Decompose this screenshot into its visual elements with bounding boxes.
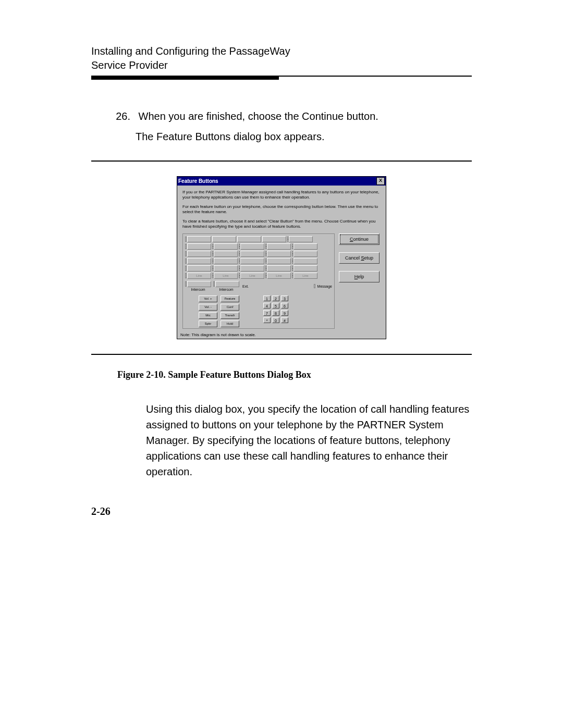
- fb-cell[interactable]: [262, 236, 286, 242]
- fb-cell[interactable]: [239, 251, 264, 257]
- line-button[interactable]: Line: [212, 273, 238, 279]
- step-number: 26.: [109, 108, 136, 125]
- fb-cell[interactable]: [292, 243, 317, 250]
- header-line-2: Service Provider: [91, 58, 472, 72]
- fb-cell[interactable]: [265, 251, 291, 257]
- page-header: Installing and Configuring the PassageWa…: [91, 44, 472, 72]
- line-button[interactable]: Line: [239, 273, 264, 279]
- fb-cell[interactable]: [265, 258, 291, 264]
- fb-cell[interactable]: [292, 265, 317, 272]
- line-button[interactable]: Line: [265, 273, 291, 279]
- fb-cell[interactable]: [212, 236, 236, 242]
- dialog-para-2: For each feature button on your telephon…: [182, 204, 381, 215]
- ext-label: Ext.: [242, 281, 249, 291]
- dial-key[interactable]: 1: [263, 295, 271, 301]
- fb-cell[interactable]: [212, 265, 238, 272]
- message-indicator: Message: [314, 281, 332, 291]
- intercom-button[interactable]: Intercom: [185, 281, 211, 291]
- dial-key[interactable]: 9: [281, 310, 288, 316]
- vol-down-key[interactable]: Vol. -: [199, 304, 217, 311]
- dialog-button-column: Continue Cancel Setup Help: [339, 233, 381, 290]
- fb-cell[interactable]: [185, 265, 211, 272]
- intercom-button[interactable]: Intercom: [213, 281, 239, 291]
- phone-diagram: Line Line Line Line Line Intercom: [182, 233, 335, 329]
- line-button[interactable]: Line: [185, 273, 211, 279]
- fb-cell[interactable]: [239, 243, 264, 250]
- header-rule-thick: [91, 77, 279, 80]
- fb-cell[interactable]: [265, 243, 291, 250]
- figure-rule-bottom: [91, 354, 472, 355]
- dialog-note: Note: This diagram is not drawn to scale…: [177, 332, 386, 339]
- transfr-key[interactable]: Transfr: [221, 312, 239, 319]
- dial-key[interactable]: 7: [263, 310, 271, 316]
- hold-key[interactable]: Hold: [221, 320, 239, 327]
- fb-cell[interactable]: [239, 265, 264, 272]
- page: Installing and Configuring the PassageWa…: [0, 0, 563, 549]
- continue-button[interactable]: Continue: [339, 233, 380, 245]
- step-text: When you are finished, choose the Contin…: [139, 110, 378, 122]
- dialog-body: If you or the PARTNER System Manager ass…: [177, 186, 386, 332]
- close-icon[interactable]: X: [376, 177, 385, 185]
- fb-cell[interactable]: [212, 258, 238, 264]
- dialog-title: Feature Buttons: [178, 178, 218, 184]
- dialpad: 1 2 3 4 5 6 7 8 9 * 0 #: [263, 295, 288, 327]
- feature-button-grid: Line Line Line Line Line: [185, 236, 332, 279]
- dial-key[interactable]: 8: [272, 310, 279, 316]
- mic-key[interactable]: Mic: [199, 312, 217, 319]
- intercom-row: Intercom Intercom Ext. Messa: [185, 281, 332, 291]
- dial-key[interactable]: 6: [281, 303, 288, 309]
- vol-up-key[interactable]: Vol. +: [199, 295, 217, 302]
- header-line-1: Installing and Configuring the PassageWa…: [91, 44, 472, 58]
- keypad-area: Vol. + Vol. - Mic Spkr Feature Conf Tran…: [185, 295, 332, 327]
- fb-cell[interactable]: [212, 251, 238, 257]
- fb-cell[interactable]: [185, 243, 211, 250]
- dial-key[interactable]: #: [281, 317, 288, 323]
- fb-cell[interactable]: [237, 236, 261, 242]
- dial-key[interactable]: 5: [272, 303, 279, 309]
- fb-cell[interactable]: [212, 243, 238, 250]
- feature-buttons-dialog: Feature Buttons X If you or the PARTNER …: [177, 176, 386, 339]
- dial-key[interactable]: *: [263, 317, 271, 323]
- fb-cell[interactable]: [239, 258, 264, 264]
- fb-cell[interactable]: [265, 265, 291, 272]
- dial-key[interactable]: 3: [281, 295, 288, 301]
- keypad-col-a: Vol. + Vol. - Mic Spkr: [199, 295, 217, 327]
- dial-key[interactable]: 0: [272, 317, 279, 323]
- dialog-main: Line Line Line Line Line Intercom: [182, 233, 381, 329]
- step-sub: The Feature Buttons dialog box appears.: [136, 129, 472, 145]
- dialog-titlebar: Feature Buttons X: [177, 177, 386, 186]
- dialog-para-3: To clear a feature button, choose it and…: [182, 219, 381, 229]
- page-number: 2-26: [91, 505, 472, 517]
- dial-key[interactable]: 4: [263, 303, 271, 309]
- dialog-para-1: If you or the PARTNER System Manager ass…: [182, 190, 381, 200]
- fb-cell[interactable]: [287, 236, 313, 242]
- fb-cell[interactable]: [185, 251, 211, 257]
- step-26: 26. When you are finished, choose the Co…: [130, 108, 472, 145]
- feature-key[interactable]: Feature: [221, 295, 239, 302]
- line-button[interactable]: Line: [292, 273, 317, 279]
- fb-cell[interactable]: [292, 258, 317, 264]
- help-button[interactable]: Help: [339, 271, 380, 282]
- body-paragraph: Using this dialog box, you specify the l…: [146, 401, 472, 479]
- figure-rule-top: [91, 161, 472, 162]
- dial-key[interactable]: 2: [272, 295, 279, 301]
- keypad-col-b: Feature Conf Transfr Hold: [221, 295, 239, 327]
- figure-caption: Figure 2-10. Sample Feature Buttons Dial…: [117, 369, 472, 380]
- cancel-setup-button[interactable]: Cancel Setup: [339, 252, 380, 264]
- figure-wrap: Feature Buttons X If you or the PARTNER …: [91, 176, 472, 339]
- conf-key[interactable]: Conf: [221, 304, 239, 311]
- fb-cell[interactable]: [185, 236, 211, 242]
- fb-cell[interactable]: [292, 251, 317, 257]
- spkr-key[interactable]: Spkr: [199, 320, 217, 327]
- fb-cell[interactable]: [185, 258, 211, 264]
